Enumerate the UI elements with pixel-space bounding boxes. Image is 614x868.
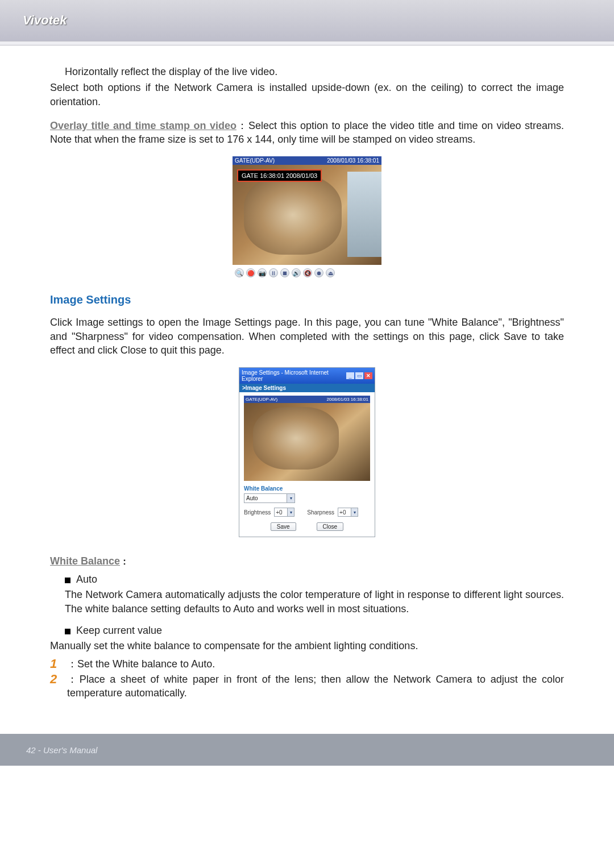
square-bullet-icon (65, 578, 70, 583)
brightness-sharpness-row: Brightness +0 ▾ Sharpness +0 ▾ (244, 508, 370, 517)
settings-preview-source: GATE(UDP-AV) (246, 397, 277, 402)
brightness-label: Brightness (244, 509, 271, 516)
mute-icon[interactable]: 🔇 (303, 268, 312, 277)
overlay-stamp-callout: GATE 16:38:01 2008/01/03 (237, 169, 322, 182)
brightness-value: +0 (276, 509, 282, 516)
keep-description: Manually set the white balance to compen… (50, 639, 564, 653)
sharpness-select[interactable]: +0 ▾ (338, 508, 358, 517)
footer-page-info: 42 - User's Manual (26, 745, 97, 755)
footer-bar: 42 - User's Manual (0, 734, 614, 766)
header-subbar (0, 41, 614, 45)
image-settings-heading: Image Settings (50, 293, 564, 306)
overlay-option-label: Overlay title and time stamp on video (50, 120, 237, 131)
chevron-down-icon: ▾ (287, 494, 294, 502)
window-body: >Image Settings GATE(UDP-AV) 2008/01/03 … (239, 384, 375, 537)
image-settings-desc: Click Image settings to open the Image S… (50, 315, 564, 357)
sharpness-value: +0 (339, 509, 346, 516)
step-2-text: ：Place a sheet of white paper in front o… (67, 672, 564, 700)
pause-icon[interactable]: ⏸ (269, 268, 278, 277)
upside-down-note: Select both options if the Network Camer… (50, 81, 564, 109)
white-balance-fieldset: White Balance Auto ▾ (244, 485, 370, 503)
live-view-topbar: GATE(UDP-AV) 2008/01/03 16:38:01 (233, 156, 381, 165)
keep-bullet: Keep current value (65, 625, 564, 637)
white-balance-details: Auto The Network Camera automatically ad… (50, 574, 564, 700)
live-view-image: GATE 16:38:01 2008/01/03 (233, 165, 381, 265)
zoom-icon[interactable]: 🔍 (235, 268, 244, 277)
white-balance-section: White Balance： Auto The Network Camera a… (50, 555, 564, 700)
auto-description: The Network Camera automatically adjusts… (65, 588, 564, 616)
settings-preview-timestamp: 2008/01/03 16:38:01 (327, 397, 368, 402)
record-icon[interactable]: 🔴 (246, 268, 255, 277)
close-icon[interactable]: ✕ (364, 372, 372, 379)
live-view-source: GATE(UDP-AV) (235, 157, 275, 164)
image-settings-window: Image Settings - Microsoft Internet Expl… (239, 367, 375, 537)
settings-buttons: Save Close (239, 522, 375, 531)
live-view-screenshot: GATE(UDP-AV) 2008/01/03 16:38:01 GATE 16… (50, 156, 564, 281)
window-controls: _ ▭ ✕ (346, 372, 372, 379)
header-bar: Vivotek (0, 0, 614, 41)
step-number-1: 1 (50, 657, 61, 671)
window-titlebar: Image Settings - Microsoft Internet Expl… (239, 368, 375, 384)
white-balance-heading: White Balance (50, 555, 120, 567)
sharpness-label: Sharpness (307, 509, 334, 516)
settings-preview-image: GATE(UDP-AV) 2008/01/03 16:38:01 (244, 396, 370, 481)
step-1-row: 1 ：Set the White balance to Auto. (50, 657, 564, 671)
live-view-timestamp: 2008/01/03 16:38:01 (327, 157, 379, 164)
auto-label: Auto (76, 574, 97, 585)
white-balance-value: Auto (246, 495, 258, 501)
overlay-paragraph: Overlay title and time stamp on video：Se… (50, 119, 564, 147)
keep-label: Keep current value (76, 625, 162, 637)
brand-logo: Vivotek (23, 13, 67, 28)
step-1-text: ：Set the White balance to Auto. (67, 657, 564, 671)
step-2-row: 2 ：Place a sheet of white paper in front… (50, 672, 564, 700)
save-button[interactable]: Save (271, 522, 296, 531)
live-view-frame: GATE(UDP-AV) 2008/01/03 16:38:01 GATE 16… (233, 156, 381, 281)
auto-bullet: Auto (65, 574, 564, 585)
maximize-icon[interactable]: ▭ (355, 372, 363, 379)
white-balance-select[interactable]: Auto ▾ (244, 493, 295, 503)
page-content: Horizontally reflect the display of the … (0, 45, 614, 700)
close-button[interactable]: Close (317, 522, 344, 531)
settings-preview-bar: GATE(UDP-AV) 2008/01/03 16:38:01 (244, 396, 370, 403)
chevron-down-icon: ▾ (351, 508, 358, 516)
brightness-select[interactable]: +0 ▾ (274, 508, 294, 517)
volume-icon[interactable]: 🔊 (292, 268, 301, 277)
image-settings-screenshot: Image Settings - Microsoft Internet Expl… (50, 367, 564, 537)
mic-icon[interactable]: ⏺ (314, 268, 323, 277)
live-view-toolbar: 🔍 🔴 📷 ⏸ ⏹ 🔊 🔇 ⏺ ⏏ (233, 265, 381, 281)
step-number-2: 2 (50, 672, 61, 686)
mirror-description: Horizontally reflect the display of the … (50, 65, 564, 78)
eject-icon[interactable]: ⏏ (326, 268, 335, 277)
minimize-icon[interactable]: _ (346, 372, 354, 379)
wb-colon: ： (120, 556, 129, 566)
chevron-down-icon: ▾ (287, 508, 294, 516)
white-balance-label: White Balance (244, 485, 370, 492)
window-title-text: Image Settings - Microsoft Internet Expl… (242, 369, 346, 382)
breadcrumb: >Image Settings (239, 384, 375, 392)
square-bullet-icon (65, 629, 70, 634)
snapshot-icon[interactable]: 📷 (258, 268, 267, 277)
stop-icon[interactable]: ⏹ (280, 268, 289, 277)
